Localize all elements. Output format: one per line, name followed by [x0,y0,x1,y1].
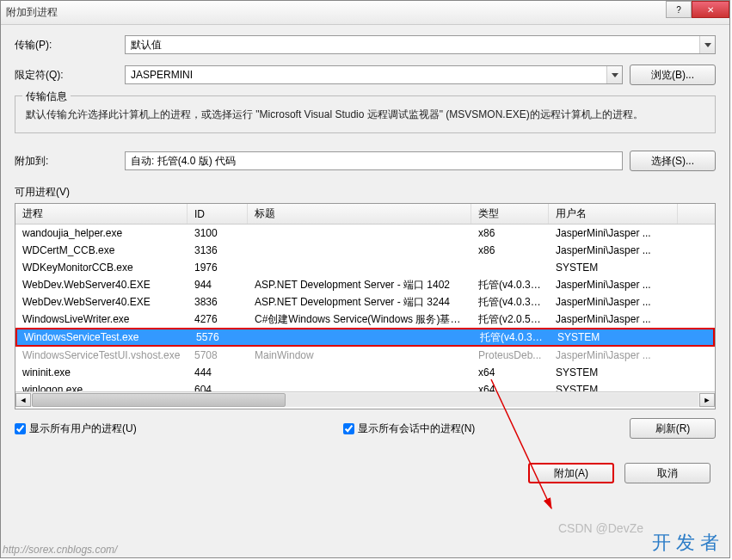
cancel-button[interactable]: 取消 [624,463,710,483]
qualifier-combo[interactable]: JASPERMINI [125,65,623,84]
transport-info-text: 默认传输允许选择此计算机上的进程，或选择运行 "Microsoft Visual… [26,107,704,122]
scroll-left-icon[interactable]: ◄ [15,393,31,407]
horizontal-scrollbar[interactable]: ◄ ► [15,391,715,407]
browse-button[interactable]: 浏览(B)... [630,65,716,85]
attach-to-textbox: 自动: 托管(4.0 版) 代码 [125,151,623,170]
column-process[interactable]: 进程 [15,204,188,224]
table-row[interactable]: WindowsLiveWriter.exe4276C#创建Windows Ser… [15,311,715,328]
transport-combo[interactable]: 默认值 [125,35,716,54]
scroll-right-icon[interactable]: ► [699,393,715,407]
close-button[interactable]: ✕ [692,1,729,18]
chevron-down-icon [699,36,715,53]
select-button[interactable]: 选择(S)... [630,151,716,171]
column-type[interactable]: 类型 [471,204,549,224]
watermark-csdn: CSDN @DevZe [558,521,643,535]
attach-button[interactable]: 附加(A) [528,463,614,483]
show-all-sessions-checkbox[interactable]: 显示所有会话中的进程(N) [343,422,476,436]
process-table[interactable]: 进程 ID 标题 类型 用户名 wandoujia_helper.exe3100… [15,203,716,409]
table-row[interactable]: WDCertM_CCB.exe3136x86JasperMini\Jasper … [15,242,715,259]
table-row[interactable]: winlogon.exe604x64SYSTEM [15,381,715,391]
table-row[interactable]: WebDev.WebServer40.EXE3836ASP.NET Develo… [15,293,715,311]
table-row[interactable]: WindowsServiceTestUI.vshost.exe5708MainW… [15,347,715,364]
show-all-users-checkbox[interactable]: 显示所有用户的进程(U) [15,422,137,436]
table-row[interactable]: WindowsServiceTest.exe5576托管(v4.0.30...S… [15,328,715,347]
transport-label: 传输(P): [15,38,118,52]
table-row[interactable]: WDKeyMonitorCCB.exe1976SYSTEM [15,259,715,276]
dialog-title: 附加到进程 [6,5,58,20]
watermark-url: http://sorex.cnblogs.com/ [3,544,117,556]
qualifier-value: JASPERMINI [131,69,193,81]
transport-info-legend: 传输信息 [22,89,71,104]
table-row[interactable]: WebDev.WebServer40.EXE944ASP.NET Develop… [15,276,715,293]
help-button[interactable]: ? [666,1,692,18]
column-title[interactable]: 标题 [248,204,471,224]
qualifier-label: 限定符(Q): [15,68,118,83]
table-row[interactable]: wininit.exe444x64SYSTEM [15,364,715,381]
column-user[interactable]: 用户名 [549,204,678,224]
refresh-button[interactable]: 刷新(R) [630,418,716,439]
column-id[interactable]: ID [188,204,248,224]
attach-to-label: 附加到: [15,154,118,169]
transport-value: 默认值 [131,38,162,52]
table-row[interactable]: wandoujia_helper.exe3100x86JasperMini\Ja… [15,225,715,242]
watermark-brand: 开发者 [652,530,724,556]
chevron-down-icon [606,66,622,83]
available-processes-label: 可用进程(V) [15,185,716,200]
